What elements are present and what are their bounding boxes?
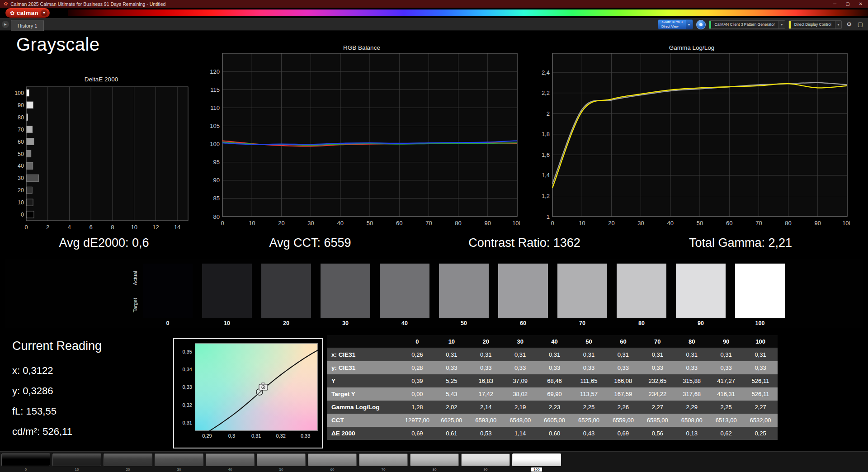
svg-text:2,2: 2,2: [542, 90, 550, 96]
reading-fl: fL: 153,55: [12, 401, 102, 421]
table-cell: 0,31: [709, 351, 743, 358]
svg-text:1,2: 1,2: [542, 193, 550, 199]
table-row-label: Y: [327, 378, 400, 384]
pattern-patch-button[interactable]: [512, 453, 561, 466]
table-cell: 0,33: [606, 364, 640, 371]
cie-x-tick-label: 0,32: [271, 433, 291, 439]
tab-scroll-button[interactable]: ▶: [2, 21, 9, 28]
table-row-label: y: CIE31: [327, 364, 400, 371]
svg-text:40: 40: [337, 220, 344, 227]
svg-text:20: 20: [608, 220, 614, 227]
pattern-patch-button[interactable]: [104, 453, 152, 466]
tab-history-1[interactable]: History 1: [11, 20, 44, 31]
table-cell: 0,33: [675, 364, 709, 371]
table-header-row: 0102030405060708090100: [327, 335, 778, 348]
daylight-locus-curve: [209, 350, 318, 431]
grayscale-swatch: [261, 264, 311, 318]
patch-step-number: 60: [330, 467, 335, 472]
cie-x-tick-label: 0,33: [296, 433, 316, 439]
table-cell: 0,69: [400, 430, 434, 437]
table-column-header: 30: [503, 338, 538, 345]
window-layout-icon[interactable]: ▢: [856, 20, 864, 29]
svg-text:20: 20: [18, 187, 24, 194]
table-cell: 2,25: [709, 404, 743, 411]
table-cell: 68,46: [538, 378, 572, 384]
pattern-patch: 40: [206, 453, 255, 472]
table-cell: 6508,00: [675, 417, 709, 424]
calman-menu-button[interactable]: ✿ calman ▼: [5, 8, 50, 18]
chevron-down-icon: ▼: [41, 9, 47, 16]
minimize-icon[interactable]: ─: [833, 1, 836, 6]
pattern-patch-button[interactable]: [410, 453, 459, 466]
grayscale-swatch: [557, 264, 607, 318]
table-cell: 315,88: [675, 378, 709, 384]
workspace-tabbar: ▶ History 1 X-Rite i1Pro 3 Direct View ▼…: [0, 18, 868, 31]
svg-text:85: 85: [213, 195, 220, 202]
table-cell: 0,31: [469, 351, 503, 358]
table-cell: 0,00: [400, 391, 434, 397]
calman-logo-text: calman: [17, 9, 38, 16]
table-cell: 526,11: [743, 378, 778, 384]
svg-text:60: 60: [18, 139, 24, 145]
table-row: y: CIE310,280,330,330,330,330,330,330,33…: [327, 361, 778, 374]
pattern-patch-label: 10: [52, 467, 101, 472]
svg-text:110: 110: [210, 104, 220, 111]
pattern-patch-label: 90: [461, 467, 510, 472]
current-reading-panel: Current Reading x: 0,3122 y: 0,3286 fL: …: [12, 339, 102, 442]
display-dropdown[interactable]: Direct Display Control ▼: [788, 20, 842, 29]
deltae-chart-title: DeltaE 2000: [11, 75, 192, 84]
table-cell: 0,31: [640, 351, 675, 358]
table-cell: 0,69: [606, 430, 640, 437]
stat-total-gamma: Total Gamma: 2,21: [650, 236, 831, 250]
deltae-chart-panel: DeltaE 2000 0246810121410090807060504030…: [11, 75, 192, 236]
window-controls: ─ ▢ ✕: [833, 1, 864, 6]
actual-row-label: Actual: [132, 264, 138, 292]
table-cell: 2,14: [469, 404, 503, 411]
pattern-patch: 10: [52, 453, 101, 472]
patch-step-number: 20: [126, 467, 130, 472]
gear-icon[interactable]: ⚙: [845, 20, 853, 29]
meter-dropdown[interactable]: X-Rite i1Pro 3 Direct View ▼: [658, 19, 693, 29]
svg-text:60: 60: [726, 220, 732, 227]
pattern-patch-button[interactable]: [359, 453, 408, 466]
status-dot-icon: [699, 23, 703, 26]
close-icon[interactable]: ✕: [859, 1, 863, 6]
table-cell: 0,39: [400, 378, 434, 384]
table-cell: 6585,00: [640, 417, 675, 424]
table-column-header: 100: [743, 338, 778, 345]
pattern-patch: 80: [410, 453, 459, 472]
patch-step-number: 40: [228, 467, 232, 472]
meter-status-badge[interactable]: [696, 20, 706, 29]
table-cell: 0,31: [675, 351, 709, 358]
pattern-patch-button[interactable]: [155, 453, 203, 466]
svg-text:60: 60: [396, 220, 402, 227]
table-cell: 6593,00: [469, 417, 503, 424]
table-cell: 0,33: [434, 364, 469, 371]
table-row-label: ΔE 2000: [327, 430, 400, 437]
table-cell: 2,26: [606, 404, 640, 411]
maximize-icon[interactable]: ▢: [845, 1, 849, 6]
pattern-patch-button[interactable]: [1, 453, 50, 466]
swatch-step-label: 60: [498, 320, 548, 326]
pattern-patch-button[interactable]: [257, 453, 306, 466]
svg-text:120: 120: [210, 68, 220, 75]
svg-text:80: 80: [18, 114, 24, 121]
target-row-label: Target: [132, 292, 138, 319]
svg-text:90: 90: [815, 220, 821, 227]
swatch-step-label: 70: [557, 320, 607, 326]
calman-flower-icon: ✿: [10, 10, 14, 16]
table-row-label: CCT: [327, 417, 400, 424]
pattern-patch-button[interactable]: [308, 453, 357, 466]
pattern-patch-button[interactable]: [52, 453, 101, 466]
pattern-patch-button[interactable]: [206, 453, 255, 466]
pattern-patch-button[interactable]: [461, 453, 510, 466]
source-dropdown[interactable]: CalMAN Client 3 Pattern Generator ▼: [709, 20, 785, 29]
pattern-patch-label: 0: [1, 467, 50, 472]
pattern-patch: 50: [257, 453, 306, 472]
cie-chromaticity-panel: 0,350,340,330,320,31 0,290,30,310,320,33: [173, 338, 323, 448]
table-cell: 1,14: [503, 430, 538, 437]
table-cell: 0,33: [709, 364, 743, 371]
device-connection-cluster: X-Rite i1Pro 3 Direct View ▼ CalMAN Clie…: [658, 19, 864, 29]
grayscale-swatch-strip: Actual Target 0102030405060708090100: [5, 259, 863, 328]
rgb-balance-chart-panel: RGB Balance 0102030405060708090100808590…: [203, 43, 520, 234]
